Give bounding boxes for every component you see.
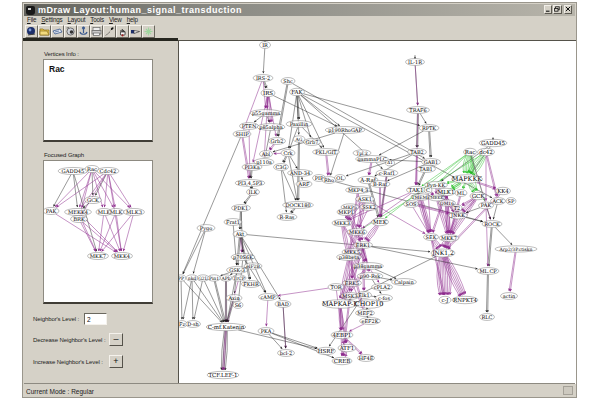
hand-point-button[interactable] (129, 25, 142, 38)
graph-node-Axin[interactable]: Axin (226, 295, 242, 302)
layout-anchor-button[interactable] (77, 25, 90, 38)
graph-node-CREB[interactable]: CREB (332, 357, 352, 364)
graph-node-MEKK1[interactable]: TMEME (411, 194, 431, 200)
graph-node-eEF2K[interactable]: eEF2K (360, 318, 381, 325)
graph-node-p190[interactable]: p190RhoGAP (325, 127, 365, 134)
graph-node-bcl2[interactable]: bcl-2 (278, 350, 295, 357)
minimize-button[interactable] (544, 5, 553, 14)
graph-node-ERK1[interactable]: ERK1 (354, 242, 373, 249)
graph-node-BAD[interactable]: BAD (275, 301, 291, 308)
graph-node-MAPKAP[interactable]: MAPKAP-K (322, 300, 358, 309)
graph-node-Pygo[interactable]: Pygo (197, 225, 215, 232)
graph-node-G2L[interactable]: G2L (197, 275, 209, 281)
graph-node-fMEKK4[interactable]: MEKK4 (65, 208, 92, 215)
graph-node-Cot[interactable]: C (424, 187, 432, 194)
graph-node-IR[interactable]: IR (260, 42, 271, 49)
graph-node-actin[interactable]: actin (501, 293, 518, 300)
graph-node-PKL[interactable]: PKL/GIT (313, 149, 340, 156)
focused-graph-box[interactable]: GADD45RacCdc42GCKPAKMEKK4MLKMLKMLK3BRKMK… (43, 160, 153, 304)
rotate-view-button[interactable] (64, 25, 77, 38)
graph-node-PDK1[interactable]: PDK1 (232, 205, 251, 212)
neighbors-level-input[interactable]: 2 (84, 313, 107, 325)
graph-node-TrCP[interactable]: TrCP (232, 275, 246, 281)
pen-button[interactable] (103, 25, 116, 38)
menu-item-tools[interactable]: Tools (90, 16, 104, 23)
graph-node-cRaf[interactable]: c-Raf1 (376, 170, 398, 177)
graph-node-AG[interactable]: AG (293, 136, 305, 142)
graph-node-MKP43[interactable]: MKP4,3 (346, 187, 371, 194)
graph-node-MKK4m[interactable]: KK4 (496, 187, 511, 194)
graph-node-GSK3[interactable]: GSK-3 (227, 267, 248, 274)
graph-node-RLC[interactable]: RLC (480, 314, 495, 321)
graph-node-fGADD45[interactable]: GADD45 (58, 167, 88, 174)
graph-node-PIP3[interactable]: PI3,4,5P3 (235, 180, 265, 187)
graph-node-AND34[interactable]: AND-34 (288, 170, 313, 177)
graph-node-gPLC[interactable]: gammaPLC (356, 156, 389, 163)
graph-node-BRaf[interactable]: B-Raf (370, 181, 390, 188)
graph-node-Crk[interactable]: Crk (281, 150, 295, 157)
graph-node-eIF2B[interactable]: eIF2B (244, 263, 262, 269)
save-disk-button[interactable] (51, 25, 64, 38)
graph-node-JNK12[interactable]: JNK1,2 (431, 249, 455, 257)
graph-node-GAB1[interactable]: GAB1 (422, 159, 441, 166)
graph-node-Arp23[interactable]: Arp2/3P.ctiskn (495, 246, 537, 252)
graph-node-PKA[interactable]: PKA (258, 328, 274, 335)
graph-canvas[interactable]: IRIRS-2ShcIRSFAKp55gammaPTENp85alphaPaxi… (178, 40, 576, 384)
graph-node-SP[interactable]: SP (506, 198, 516, 205)
graph-node-fGCK[interactable]: GCK (85, 196, 102, 203)
graph-node-A1[interactable]: A1 (386, 160, 395, 166)
graph-node-Rho[interactable]: Rho (322, 177, 336, 184)
graph-node-p90[interactable]: p90-Rsk (357, 273, 383, 280)
graph-node-ASK1[interactable]: ASK1 (356, 196, 375, 203)
graph-node-Racm[interactable]: Rac (464, 148, 477, 155)
restore-button[interactable] (553, 5, 562, 14)
graph-node-IL1R[interactable]: IL-1R (406, 59, 425, 66)
open-folder-button[interactable] (38, 25, 51, 38)
green-plus-button[interactable] (142, 25, 155, 38)
graph-node-ACK[interactable]: ACK (491, 198, 506, 205)
graph-node-TOR[interactable]: TOR (328, 284, 344, 291)
graph-node-Pin1[interactable]: Pin1 (208, 275, 221, 281)
graph-node-Cdc42m[interactable]: dc42 (478, 148, 495, 155)
graph-node-Kat[interactable]: C-mf.Katenin (206, 323, 246, 330)
graph-node-TCF[interactable]: TCF.LEF-1 (207, 371, 239, 378)
graph-node-MEK[interactable]: MEK (372, 218, 389, 225)
graph-node-Shc[interactable]: Shc (281, 78, 295, 85)
graph-node-fCdc42[interactable]: Cdc42 (97, 167, 119, 174)
menu-item-settings[interactable]: Settings (41, 16, 62, 23)
graph-node-T2[interactable]: T2 (452, 205, 462, 212)
graph-node-p38g[interactable]: p38gamma (353, 263, 384, 270)
close-button[interactable] (564, 5, 573, 14)
graph-node-4EBP1[interactable]: 4EBP1 (331, 331, 353, 338)
graph-node-PI3K[interactable]: PI3Ka (242, 164, 262, 171)
graph-node-cPLA2[interactable]: cPLA2 (372, 284, 393, 291)
graph-node-Frat1[interactable]: Frat1 (224, 219, 242, 226)
graph-node-JNKK[interactable]: JNKK (449, 212, 468, 219)
graph-node-ARF[interactable]: ARF (296, 181, 312, 188)
graph-node-IRS[interactable]: IRS (261, 89, 275, 96)
graph-node-IRS2[interactable]: IRS-2 (253, 75, 273, 82)
menu-item-help[interactable]: help (127, 16, 138, 23)
graph-node-hSRF[interactable]: HSRF (317, 347, 336, 354)
vertex-ball-button[interactable] (25, 25, 38, 38)
graph-node-SEK1[interactable]: SEK (424, 234, 439, 241)
menu-item-file[interactable]: File (27, 16, 36, 23)
graph-node-MEF2[interactable]: MEF2 (356, 310, 375, 317)
graph-node-MLK2m[interactable]: ML (455, 190, 467, 197)
graph-node-Grb7[interactable]: Grb7 (304, 139, 321, 146)
graph-node-SHIP[interactable]: SHIP (233, 131, 251, 138)
graph-node-CHOP[interactable]: CHOP10 (355, 300, 384, 309)
graph-node-ROL[interactable]: OL (335, 175, 346, 182)
graph-node-DOCK[interactable]: DOCK180 (283, 202, 314, 209)
graph-node-p85[interactable]: p85alpha (257, 124, 285, 131)
graph-node-ATF1[interactable]: ATF1 (338, 344, 356, 351)
graph-node-PAKm[interactable]: PAK (479, 202, 494, 209)
graph-node-fMKK4[interactable]: MKK4 (112, 252, 133, 259)
graph-node-GCKm[interactable]: GCK (470, 192, 486, 199)
graph-node-Grb2[interactable]: Grb2 (269, 138, 286, 145)
graph-node-eIF4E[interactable]: HF4E (358, 355, 375, 362)
graph-node-ILK[interactable]: ILK (247, 189, 260, 196)
graph-node-p38b[interactable]: p38beta (337, 254, 362, 261)
graph-node-fBRK[interactable]: BRK (71, 215, 88, 222)
graph-node-NFAT4[interactable]: RNPKT4 (452, 296, 478, 303)
